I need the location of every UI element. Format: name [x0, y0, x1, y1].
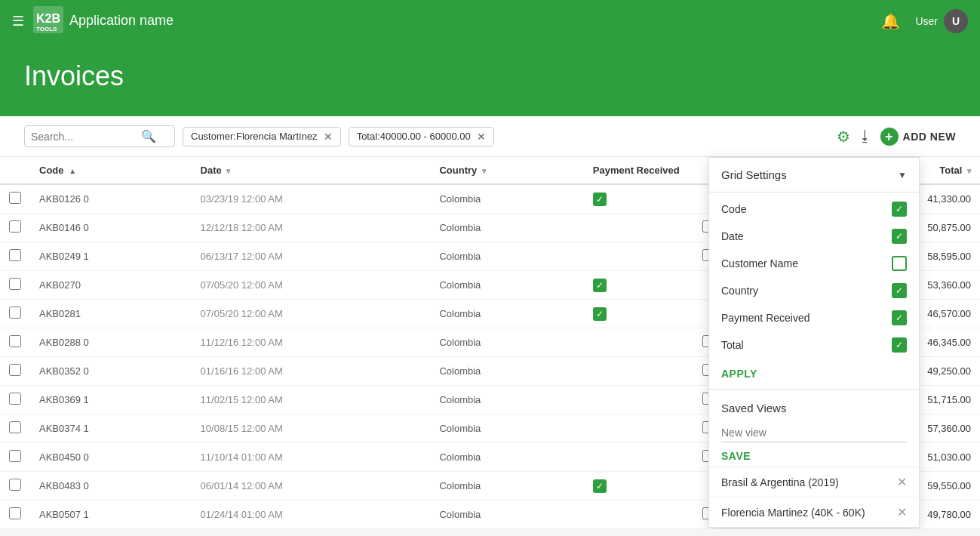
- toolbar: 🔍 Customer:Florencia Martínez ✕ Total:40…: [0, 116, 980, 157]
- row-checkbox[interactable]: [9, 220, 21, 233]
- grid-field-checkbox[interactable]: [892, 310, 907, 325]
- saved-views-header: Saved Views: [709, 393, 919, 420]
- row-country: Colombia: [430, 214, 583, 242]
- settings-icon[interactable]: ⚙: [837, 128, 850, 146]
- code-header[interactable]: Code ▲: [30, 157, 192, 184]
- row-checkbox-cell: [0, 242, 30, 271]
- hamburger-icon[interactable]: ☰: [12, 13, 24, 29]
- grid-field-checkbox[interactable]: [892, 202, 907, 217]
- grid-field-label: Total: [721, 339, 744, 351]
- main-content: Code ▲ Date ▿ Country ▿ Payment Received…: [0, 157, 980, 529]
- row-country: Colombia: [430, 242, 583, 271]
- add-new-button[interactable]: + ADD NEW: [880, 128, 956, 146]
- row-checkbox[interactable]: [9, 335, 21, 347]
- grid-fields-list: Code Date Customer Name Country Payment …: [709, 193, 919, 362]
- row-checkbox[interactable]: [9, 278, 21, 290]
- svg-text:TOOLS: TOOLS: [36, 26, 57, 32]
- row-date: 10/08/15 12:00 AM: [192, 414, 431, 443]
- date-filter-icon: ▿: [226, 167, 230, 175]
- row-code: AKB0281: [30, 300, 192, 328]
- grid-field-label: Code: [721, 203, 746, 215]
- row-checkbox[interactable]: [9, 192, 21, 204]
- row-checkbox[interactable]: [9, 393, 21, 405]
- row-checkbox[interactable]: [9, 364, 21, 376]
- total-filter-label: Total:40000.00 - 60000.00: [357, 131, 471, 142]
- grid-field-checkbox[interactable]: [892, 256, 907, 271]
- row-country: Colombia: [430, 501, 583, 529]
- row-checkbox-cell: [0, 472, 30, 501]
- bell-icon[interactable]: 🔔: [881, 12, 900, 30]
- row-checkbox-cell: [0, 386, 30, 414]
- row-code: AKB0126 0: [30, 184, 192, 214]
- row-checkbox[interactable]: [9, 249, 21, 261]
- row-checkbox-cell: [0, 443, 30, 472]
- row-code: AKB0146 0: [30, 214, 192, 242]
- row-checkbox-cell: [0, 414, 30, 443]
- save-button[interactable]: SAVE: [709, 445, 919, 467]
- row-checkbox[interactable]: [9, 307, 21, 319]
- row-date: 01/16/16 12:00 AM: [192, 357, 431, 386]
- total-filter-chip[interactable]: Total:40000.00 - 60000.00 ✕: [349, 127, 494, 146]
- apply-button[interactable]: APPLY: [709, 362, 919, 386]
- row-code: AKB0369 1: [30, 386, 192, 414]
- saved-view-name: Brasil & Argentina (2019): [721, 476, 839, 488]
- row-country: Colombia: [430, 271, 583, 300]
- saved-view-item[interactable]: Florencia Martinez (40K - 60K) ✕: [709, 497, 919, 527]
- row-checkbox-cell: [0, 184, 30, 214]
- row-date: 06/13/17 12:00 AM: [192, 242, 431, 271]
- total-filter-remove[interactable]: ✕: [477, 131, 486, 143]
- row-checkbox[interactable]: [9, 421, 21, 433]
- payment-check-icon: [593, 307, 607, 321]
- customer-filter-remove[interactable]: ✕: [324, 131, 333, 143]
- grid-field-item: Date: [709, 223, 919, 250]
- saved-view-remove[interactable]: ✕: [897, 505, 907, 519]
- top-nav: ☰ K2B TOOLS Application name 🔔 User U: [0, 0, 980, 42]
- row-checkbox[interactable]: [9, 450, 21, 462]
- row-date: 12/12/18 12:00 AM: [192, 214, 431, 242]
- search-box: 🔍: [24, 125, 175, 147]
- row-country: Colombia: [430, 472, 583, 501]
- divider-1: [709, 389, 919, 390]
- code-sort-icon: ▲: [69, 167, 76, 175]
- download-icon[interactable]: ⭳: [858, 128, 873, 145]
- grid-settings-title: Grid Settings: [721, 168, 787, 181]
- customer-filter-chip[interactable]: Customer:Florencia Martínez ✕: [183, 127, 341, 146]
- page-header: Invoices: [0, 42, 980, 116]
- grid-field-checkbox[interactable]: [892, 283, 907, 298]
- row-code: AKB0352 0: [30, 357, 192, 386]
- grid-field-label: Customer Name: [721, 257, 798, 270]
- customer-filter-label: Customer:Florencia Martínez: [191, 131, 318, 142]
- app-name: Application name: [69, 13, 174, 29]
- grid-field-item: Total: [709, 331, 919, 359]
- payment-check-icon: [593, 279, 607, 292]
- row-checkbox[interactable]: [9, 507, 21, 519]
- grid-field-item: Payment Received: [709, 304, 919, 331]
- country-header[interactable]: Country ▿: [430, 157, 583, 184]
- search-input[interactable]: [31, 131, 137, 143]
- new-view-input[interactable]: [721, 424, 907, 442]
- logo-icon: K2B TOOLS: [33, 6, 63, 35]
- row-country: Colombia: [430, 386, 583, 414]
- chevron-down-icon[interactable]: ▼: [898, 170, 907, 180]
- grid-field-item: Country: [709, 277, 919, 304]
- search-icon[interactable]: 🔍: [141, 129, 156, 143]
- avatar: U: [944, 9, 968, 33]
- row-country: Colombia: [430, 300, 583, 328]
- country-filter-icon: ▿: [482, 167, 486, 175]
- grid-field-checkbox[interactable]: [892, 337, 907, 353]
- grid-field-item: Code: [709, 196, 919, 223]
- date-header[interactable]: Date ▿: [192, 157, 431, 184]
- user-area[interactable]: User U: [915, 9, 968, 33]
- row-date: 01/24/14 01:00 AM: [192, 501, 431, 529]
- row-code: AKB0374 1: [30, 414, 192, 443]
- page-title: Invoices: [24, 60, 956, 92]
- row-date: 11/12/16 12:00 AM: [192, 328, 431, 357]
- grid-field-label: Payment Received: [721, 312, 810, 324]
- row-date: 06/01/14 12:00 AM: [192, 472, 431, 501]
- saved-view-item[interactable]: Brasil & Argentina (2019) ✕: [709, 467, 919, 497]
- grid-field-label: Date: [721, 230, 744, 242]
- grid-field-item: Customer Name: [709, 250, 919, 277]
- saved-view-remove[interactable]: ✕: [897, 475, 907, 489]
- row-checkbox[interactable]: [9, 479, 21, 491]
- grid-field-checkbox[interactable]: [892, 229, 907, 244]
